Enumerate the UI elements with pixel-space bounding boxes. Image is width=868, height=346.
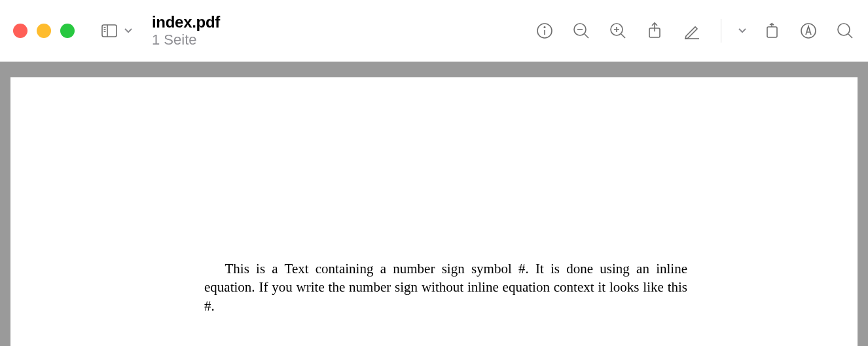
share-button[interactable] [645,21,664,41]
svg-point-7 [544,27,545,28]
tool-group [535,19,855,43]
svg-rect-0 [102,25,117,37]
highlight-button[interactable] [799,21,818,41]
minimize-window-button[interactable] [37,24,51,38]
zoom-out-button[interactable] [571,21,591,41]
document-body-text: This is a Text containing a number sign … [204,260,687,315]
document-subtitle: 1 Seite [152,31,220,48]
rotate-button[interactable] [762,21,782,41]
sidebar-toggle-button[interactable] [99,21,119,41]
pdf-page: This is a Text containing a number sign … [10,77,858,346]
document-viewport[interactable]: This is a Text containing a number sign … [0,62,868,346]
markup-button[interactable] [681,21,701,41]
svg-line-21 [848,34,852,38]
title-block: index.pdf 1 Seite [152,13,220,48]
svg-line-12 [621,34,625,38]
document-title: index.pdf [152,13,220,31]
svg-point-20 [838,24,850,35]
markup-dropdown[interactable] [737,25,749,37]
zoom-in-button[interactable] [608,21,628,41]
fullscreen-window-button[interactable] [60,24,75,38]
sidebar-dropdown[interactable] [123,25,135,37]
info-button[interactable] [535,21,554,41]
toolbar-divider [721,19,721,43]
search-button[interactable] [835,21,855,41]
toolbar: index.pdf 1 Seite [0,0,868,62]
sidebar-toggle-group [99,21,135,41]
svg-line-9 [585,34,588,38]
window-controls [13,24,75,38]
svg-rect-18 [767,27,777,37]
close-window-button[interactable] [13,24,27,38]
